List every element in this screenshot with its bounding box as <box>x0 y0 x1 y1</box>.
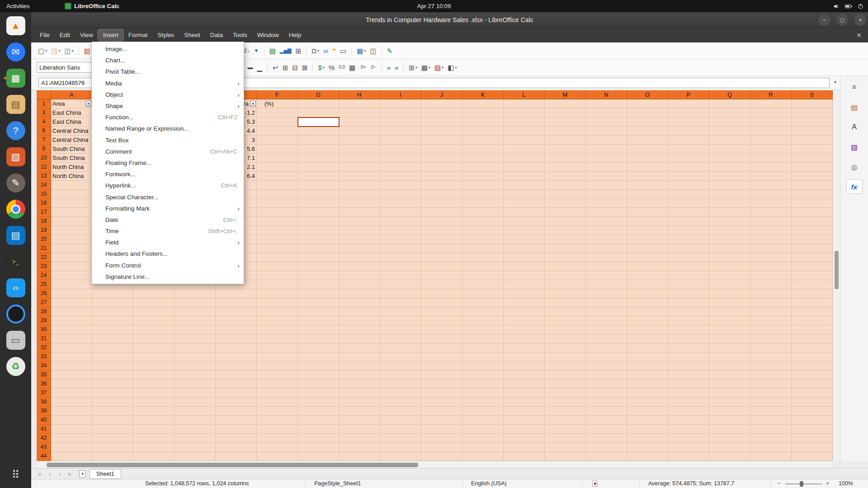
cell-O14[interactable] <box>627 181 668 190</box>
cell-M38[interactable] <box>545 398 586 407</box>
menu-item-fontwork[interactable]: Fontwork... <box>92 169 244 180</box>
cell-H4[interactable] <box>339 117 380 127</box>
cell-D29[interactable] <box>175 316 216 325</box>
cell-N21[interactable] <box>586 244 627 253</box>
cell-N31[interactable] <box>586 334 627 343</box>
cell-L41[interactable] <box>504 425 545 434</box>
cell-F15[interactable] <box>257 190 298 199</box>
cell-H44[interactable] <box>339 452 380 461</box>
close-document-icon[interactable]: ✕ <box>856 32 862 39</box>
cell-Q27[interactable] <box>709 298 750 307</box>
cell-K1[interactable] <box>462 99 504 108</box>
zoom-level[interactable]: 100% <box>839 480 853 487</box>
cell-I16[interactable] <box>380 199 421 208</box>
cell-O33[interactable] <box>627 352 668 361</box>
cell-A14[interactable] <box>51 181 92 190</box>
cell-I38[interactable] <box>380 398 421 407</box>
cell-D41[interactable] <box>175 425 216 434</box>
cell-C36[interactable] <box>133 380 175 389</box>
cell-A4[interactable]: East China <box>51 117 92 127</box>
cell-Q3[interactable] <box>709 108 750 117</box>
column-header-P[interactable]: P <box>668 90 709 99</box>
cell-S14[interactable] <box>792 181 833 190</box>
cell-M18[interactable] <box>545 217 586 226</box>
cell-G3[interactable] <box>298 108 339 117</box>
menu-item-shape[interactable]: Shape› <box>92 100 244 112</box>
row-header-21[interactable]: 21 <box>37 244 51 253</box>
cell-R1[interactable] <box>750 99 792 108</box>
cell-N12[interactable] <box>586 163 627 172</box>
cell-H14[interactable] <box>339 181 380 190</box>
cell-R42[interactable] <box>750 434 792 443</box>
menu-view[interactable]: View <box>75 29 98 41</box>
cell-M27[interactable] <box>545 298 586 307</box>
cell-L13[interactable] <box>504 172 545 181</box>
cell-B30[interactable] <box>92 325 133 334</box>
cell-C37[interactable] <box>133 389 175 398</box>
cell-Q18[interactable] <box>709 217 750 226</box>
cell-J21[interactable] <box>421 244 462 253</box>
cell-M15[interactable] <box>545 190 586 199</box>
cell-K6[interactable] <box>462 127 504 136</box>
row-header-4[interactable]: 4 <box>37 117 51 127</box>
cell-I17[interactable] <box>380 208 421 217</box>
cell-F37[interactable] <box>257 389 298 398</box>
cell-K31[interactable] <box>462 334 504 343</box>
menu-item-image[interactable]: Image... <box>92 43 244 55</box>
cell-N13[interactable] <box>586 172 627 181</box>
cell-Q1[interactable] <box>709 99 750 108</box>
cell-A28[interactable] <box>51 307 92 316</box>
cell-O41[interactable] <box>627 425 668 434</box>
cell-F26[interactable] <box>257 289 298 298</box>
cell-R34[interactable] <box>750 361 792 371</box>
cell-O32[interactable] <box>627 343 668 352</box>
cell-D26[interactable] <box>175 289 216 298</box>
cell-R22[interactable] <box>750 253 792 262</box>
cell-P30[interactable] <box>668 325 709 334</box>
cell-A34[interactable] <box>51 361 92 371</box>
cell-E42[interactable] <box>216 434 257 443</box>
cell-R38[interactable] <box>750 398 792 407</box>
cell-P18[interactable] <box>668 217 709 226</box>
cell-A10[interactable]: South China <box>51 154 92 163</box>
cell-J25[interactable] <box>421 280 462 289</box>
cell-P9[interactable] <box>668 145 709 154</box>
cell-N33[interactable] <box>586 352 627 361</box>
cell-Q30[interactable] <box>709 325 750 334</box>
cell-M37[interactable] <box>545 389 586 398</box>
cell-O31[interactable] <box>627 334 668 343</box>
cell-F29[interactable] <box>257 316 298 325</box>
cell-L35[interactable] <box>504 371 545 380</box>
cell-M1[interactable] <box>545 99 586 108</box>
cell-B32[interactable] <box>92 343 133 352</box>
cell-R36[interactable] <box>750 380 792 389</box>
cell-Q4[interactable] <box>709 117 750 127</box>
cell-F17[interactable] <box>257 208 298 217</box>
first-sheet-button[interactable]: « <box>35 470 45 478</box>
select-all-corner[interactable] <box>37 90 51 99</box>
cell-Q43[interactable] <box>709 443 750 452</box>
cell-B39[interactable] <box>92 407 133 416</box>
cell-R32[interactable] <box>750 343 792 352</box>
cell-H36[interactable] <box>339 380 380 389</box>
cell-I31[interactable] <box>380 334 421 343</box>
cell-N14[interactable] <box>586 181 627 190</box>
cell-E26[interactable] <box>216 289 257 298</box>
cell-J33[interactable] <box>421 352 462 361</box>
cell-D40[interactable] <box>175 416 216 425</box>
cell-C29[interactable] <box>133 316 175 325</box>
cell-R26[interactable] <box>750 289 792 298</box>
cell-F13[interactable] <box>257 172 298 181</box>
row-header-18[interactable]: 18 <box>37 217 51 226</box>
cell-L6[interactable] <box>504 127 545 136</box>
cell-P16[interactable] <box>668 199 709 208</box>
cell-F34[interactable] <box>257 361 298 371</box>
row-header-17[interactable]: 17 <box>37 208 51 217</box>
cell-I13[interactable] <box>380 172 421 181</box>
cell-Q21[interactable] <box>709 244 750 253</box>
cell-R23[interactable] <box>750 262 792 271</box>
row-header-3[interactable]: 3 <box>37 108 51 117</box>
cell-S26[interactable] <box>792 289 833 298</box>
cell-A23[interactable] <box>51 262 92 271</box>
cell-M43[interactable] <box>545 443 586 452</box>
